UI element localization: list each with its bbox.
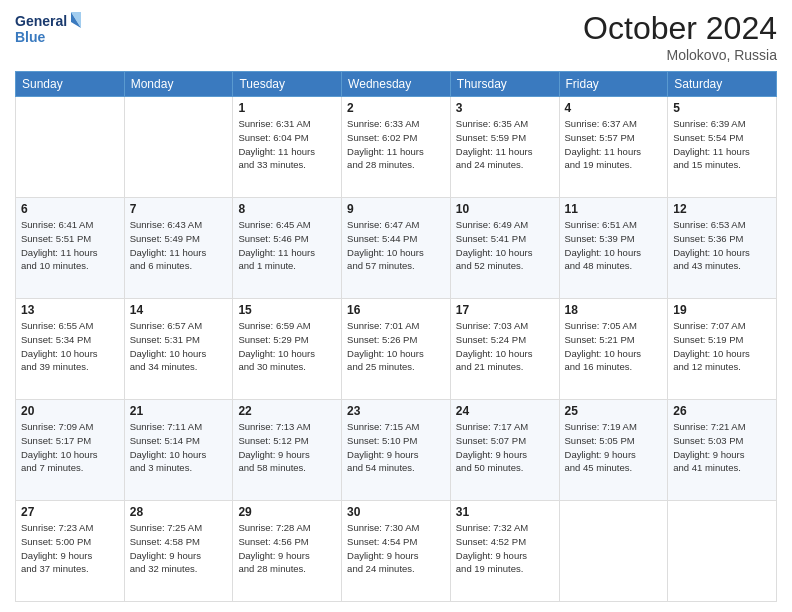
calendar-cell: 25Sunrise: 7:19 AM Sunset: 5:05 PM Dayli… [559, 400, 668, 501]
week-row-1: 1Sunrise: 6:31 AM Sunset: 6:04 PM Daylig… [16, 97, 777, 198]
svg-text:General: General [15, 13, 67, 29]
day-info: Sunrise: 6:31 AM Sunset: 6:04 PM Dayligh… [238, 117, 336, 172]
day-info: Sunrise: 7:03 AM Sunset: 5:24 PM Dayligh… [456, 319, 554, 374]
day-number: 21 [130, 404, 228, 418]
day-number: 16 [347, 303, 445, 317]
title-block: October 2024 Molokovo, Russia [583, 10, 777, 63]
col-monday: Monday [124, 72, 233, 97]
day-number: 3 [456, 101, 554, 115]
day-number: 22 [238, 404, 336, 418]
day-info: Sunrise: 7:28 AM Sunset: 4:56 PM Dayligh… [238, 521, 336, 576]
day-number: 26 [673, 404, 771, 418]
day-number: 13 [21, 303, 119, 317]
day-number: 28 [130, 505, 228, 519]
calendar-cell: 12Sunrise: 6:53 AM Sunset: 5:36 PM Dayli… [668, 198, 777, 299]
day-number: 2 [347, 101, 445, 115]
col-saturday: Saturday [668, 72, 777, 97]
calendar-cell: 21Sunrise: 7:11 AM Sunset: 5:14 PM Dayli… [124, 400, 233, 501]
calendar-header-row: Sunday Monday Tuesday Wednesday Thursday… [16, 72, 777, 97]
calendar-cell [124, 97, 233, 198]
day-info: Sunrise: 7:09 AM Sunset: 5:17 PM Dayligh… [21, 420, 119, 475]
day-info: Sunrise: 6:37 AM Sunset: 5:57 PM Dayligh… [565, 117, 663, 172]
calendar-cell: 2Sunrise: 6:33 AM Sunset: 6:02 PM Daylig… [342, 97, 451, 198]
calendar-cell: 9Sunrise: 6:47 AM Sunset: 5:44 PM Daylig… [342, 198, 451, 299]
calendar-cell [668, 501, 777, 602]
day-number: 9 [347, 202, 445, 216]
calendar-cell: 16Sunrise: 7:01 AM Sunset: 5:26 PM Dayli… [342, 299, 451, 400]
day-info: Sunrise: 7:23 AM Sunset: 5:00 PM Dayligh… [21, 521, 119, 576]
week-row-5: 27Sunrise: 7:23 AM Sunset: 5:00 PM Dayli… [16, 501, 777, 602]
col-tuesday: Tuesday [233, 72, 342, 97]
day-number: 24 [456, 404, 554, 418]
day-info: Sunrise: 6:35 AM Sunset: 5:59 PM Dayligh… [456, 117, 554, 172]
day-info: Sunrise: 7:15 AM Sunset: 5:10 PM Dayligh… [347, 420, 445, 475]
calendar-cell: 20Sunrise: 7:09 AM Sunset: 5:17 PM Dayli… [16, 400, 125, 501]
day-info: Sunrise: 6:51 AM Sunset: 5:39 PM Dayligh… [565, 218, 663, 273]
day-info: Sunrise: 7:21 AM Sunset: 5:03 PM Dayligh… [673, 420, 771, 475]
day-info: Sunrise: 6:47 AM Sunset: 5:44 PM Dayligh… [347, 218, 445, 273]
calendar-cell: 19Sunrise: 7:07 AM Sunset: 5:19 PM Dayli… [668, 299, 777, 400]
calendar-cell [559, 501, 668, 602]
col-sunday: Sunday [16, 72, 125, 97]
day-info: Sunrise: 6:49 AM Sunset: 5:41 PM Dayligh… [456, 218, 554, 273]
day-number: 23 [347, 404, 445, 418]
calendar-cell [16, 97, 125, 198]
calendar-cell: 29Sunrise: 7:28 AM Sunset: 4:56 PM Dayli… [233, 501, 342, 602]
day-number: 15 [238, 303, 336, 317]
logo: GeneralBlue [15, 10, 85, 48]
day-info: Sunrise: 6:53 AM Sunset: 5:36 PM Dayligh… [673, 218, 771, 273]
day-info: Sunrise: 6:45 AM Sunset: 5:46 PM Dayligh… [238, 218, 336, 273]
day-info: Sunrise: 7:07 AM Sunset: 5:19 PM Dayligh… [673, 319, 771, 374]
day-number: 25 [565, 404, 663, 418]
calendar-cell: 3Sunrise: 6:35 AM Sunset: 5:59 PM Daylig… [450, 97, 559, 198]
page-container: GeneralBlue October 2024 Molokovo, Russi… [0, 0, 792, 612]
calendar-cell: 13Sunrise: 6:55 AM Sunset: 5:34 PM Dayli… [16, 299, 125, 400]
day-number: 4 [565, 101, 663, 115]
calendar-cell: 6Sunrise: 6:41 AM Sunset: 5:51 PM Daylig… [16, 198, 125, 299]
day-info: Sunrise: 6:39 AM Sunset: 5:54 PM Dayligh… [673, 117, 771, 172]
calendar-cell: 8Sunrise: 6:45 AM Sunset: 5:46 PM Daylig… [233, 198, 342, 299]
calendar-cell: 4Sunrise: 6:37 AM Sunset: 5:57 PM Daylig… [559, 97, 668, 198]
week-row-3: 13Sunrise: 6:55 AM Sunset: 5:34 PM Dayli… [16, 299, 777, 400]
day-info: Sunrise: 6:41 AM Sunset: 5:51 PM Dayligh… [21, 218, 119, 273]
location: Molokovo, Russia [583, 47, 777, 63]
day-number: 30 [347, 505, 445, 519]
logo-svg: GeneralBlue [15, 10, 85, 48]
day-info: Sunrise: 7:13 AM Sunset: 5:12 PM Dayligh… [238, 420, 336, 475]
day-number: 31 [456, 505, 554, 519]
week-row-2: 6Sunrise: 6:41 AM Sunset: 5:51 PM Daylig… [16, 198, 777, 299]
calendar-cell: 5Sunrise: 6:39 AM Sunset: 5:54 PM Daylig… [668, 97, 777, 198]
day-number: 6 [21, 202, 119, 216]
calendar-cell: 17Sunrise: 7:03 AM Sunset: 5:24 PM Dayli… [450, 299, 559, 400]
col-thursday: Thursday [450, 72, 559, 97]
day-number: 5 [673, 101, 771, 115]
week-row-4: 20Sunrise: 7:09 AM Sunset: 5:17 PM Dayli… [16, 400, 777, 501]
day-info: Sunrise: 7:05 AM Sunset: 5:21 PM Dayligh… [565, 319, 663, 374]
calendar-cell: 27Sunrise: 7:23 AM Sunset: 5:00 PM Dayli… [16, 501, 125, 602]
calendar-cell: 11Sunrise: 6:51 AM Sunset: 5:39 PM Dayli… [559, 198, 668, 299]
day-info: Sunrise: 7:25 AM Sunset: 4:58 PM Dayligh… [130, 521, 228, 576]
day-info: Sunrise: 7:17 AM Sunset: 5:07 PM Dayligh… [456, 420, 554, 475]
header: GeneralBlue October 2024 Molokovo, Russi… [15, 10, 777, 63]
day-number: 1 [238, 101, 336, 115]
day-info: Sunrise: 6:59 AM Sunset: 5:29 PM Dayligh… [238, 319, 336, 374]
month-title: October 2024 [583, 10, 777, 47]
calendar-cell: 18Sunrise: 7:05 AM Sunset: 5:21 PM Dayli… [559, 299, 668, 400]
day-number: 17 [456, 303, 554, 317]
day-number: 27 [21, 505, 119, 519]
day-info: Sunrise: 6:57 AM Sunset: 5:31 PM Dayligh… [130, 319, 228, 374]
day-number: 19 [673, 303, 771, 317]
calendar-cell: 24Sunrise: 7:17 AM Sunset: 5:07 PM Dayli… [450, 400, 559, 501]
calendar-cell: 1Sunrise: 6:31 AM Sunset: 6:04 PM Daylig… [233, 97, 342, 198]
day-number: 18 [565, 303, 663, 317]
calendar-cell: 23Sunrise: 7:15 AM Sunset: 5:10 PM Dayli… [342, 400, 451, 501]
day-number: 12 [673, 202, 771, 216]
calendar-table: Sunday Monday Tuesday Wednesday Thursday… [15, 71, 777, 602]
calendar-cell: 28Sunrise: 7:25 AM Sunset: 4:58 PM Dayli… [124, 501, 233, 602]
calendar-cell: 7Sunrise: 6:43 AM Sunset: 5:49 PM Daylig… [124, 198, 233, 299]
day-number: 14 [130, 303, 228, 317]
day-info: Sunrise: 7:01 AM Sunset: 5:26 PM Dayligh… [347, 319, 445, 374]
day-info: Sunrise: 6:55 AM Sunset: 5:34 PM Dayligh… [21, 319, 119, 374]
calendar-cell: 31Sunrise: 7:32 AM Sunset: 4:52 PM Dayli… [450, 501, 559, 602]
day-number: 8 [238, 202, 336, 216]
